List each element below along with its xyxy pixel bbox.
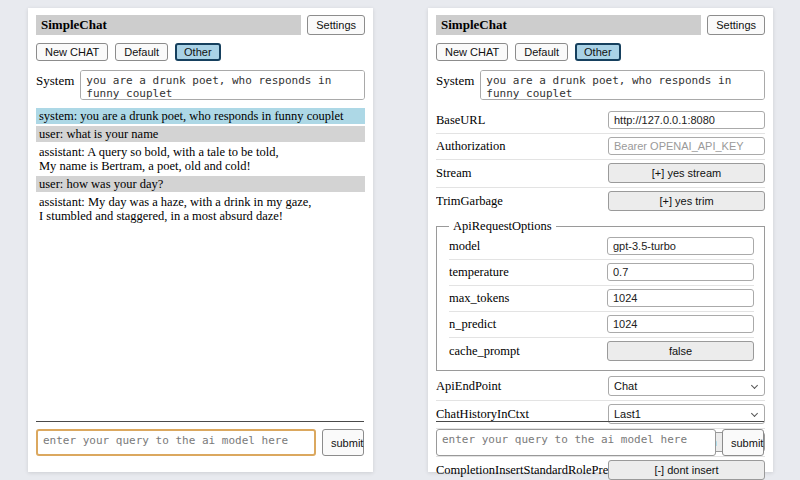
api-endpoint-selected-value: Chat (614, 380, 637, 392)
baseurl-label: BaseURL (436, 113, 608, 128)
chevron-down-icon (751, 382, 758, 389)
temperature-label: temperature (449, 265, 607, 280)
completion-insert-role-prefix-toggle-button[interactable]: [-] dont insert (608, 460, 765, 480)
settings-button[interactable]: Settings (307, 15, 365, 35)
chat-panel: SimpleChat Settings New CHAT Default Oth… (28, 8, 373, 472)
n-predict-input[interactable] (607, 315, 754, 333)
system-prompt-input[interactable]: you are a drunk poet, who responds in fu… (480, 70, 765, 100)
chevron-down-icon (751, 410, 758, 417)
chat-message-user: user: how was your day? (36, 176, 365, 192)
n-predict-label: n_predict (449, 317, 607, 332)
setting-row-completion-insert-role-prefix: CompletionInsertStandardRolePrefix [-] d… (436, 457, 765, 480)
authorization-label: Authorization (436, 139, 608, 154)
settings-panel: SimpleChat Settings New CHAT Default Oth… (428, 8, 773, 472)
session-row: New CHAT Default Other (436, 43, 765, 61)
api-request-options-legend: ApiRequestOptions (449, 219, 556, 234)
session-tab-other[interactable]: Other (575, 43, 621, 61)
chat-history-selected-value: Last1 (614, 408, 641, 420)
query-input[interactable] (36, 429, 316, 456)
submit-button[interactable]: submit (722, 429, 764, 456)
session-tab-default[interactable]: Default (515, 43, 568, 61)
app-title: SimpleChat (36, 15, 301, 35)
session-tab-other[interactable]: Other (175, 43, 221, 61)
new-chat-button[interactable]: New CHAT (36, 43, 108, 61)
session-tab-default[interactable]: Default (115, 43, 168, 61)
footer-divider (36, 421, 364, 422)
chat-message-assistant: assistant: My day was a haze, with a dri… (36, 194, 365, 224)
setting-row-n-predict: n_predict (449, 312, 754, 338)
completion-insert-role-prefix-label: CompletionInsertStandardRolePrefix (436, 463, 608, 478)
new-chat-button[interactable]: New CHAT (436, 43, 508, 61)
footer-divider (436, 421, 764, 422)
submit-button[interactable]: submit (322, 429, 364, 456)
system-prompt-label: System (436, 73, 474, 89)
session-row: New CHAT Default Other (36, 43, 365, 61)
chat-message-system: system: you are a drunk poet, who respon… (36, 108, 365, 124)
system-prompt-input[interactable]: you are a drunk poet, who responds in fu… (80, 70, 365, 100)
model-label: model (449, 239, 607, 254)
setting-row-api-endpoint: ApiEndPoint Chat (436, 373, 765, 401)
app-title: SimpleChat (436, 15, 701, 35)
temperature-input[interactable] (607, 263, 754, 281)
stream-label: Stream (436, 166, 608, 181)
settings-button[interactable]: Settings (707, 15, 765, 35)
setting-row-temperature: temperature (449, 260, 754, 286)
trimgarbage-label: TrimGarbage (436, 194, 608, 209)
chat-message-assistant: assistant: A query so bold, with a tale … (36, 144, 365, 174)
setting-row-cache-prompt: cache_prompt false (449, 338, 754, 365)
setting-row-stream: Stream [+] yes stream (436, 160, 765, 188)
titlebar: SimpleChat Settings (436, 15, 765, 35)
setting-row-baseurl: BaseURL (436, 108, 765, 134)
authorization-input[interactable] (608, 137, 765, 155)
setting-row-max-tokens: max_tokens (449, 286, 754, 312)
system-prompt-row: System you are a drunk poet, who respond… (436, 70, 765, 100)
cache-prompt-toggle-button[interactable]: false (607, 341, 754, 361)
system-prompt-label: System (36, 73, 74, 89)
max-tokens-input[interactable] (607, 289, 754, 307)
titlebar: SimpleChat Settings (36, 15, 365, 35)
model-input[interactable] (607, 237, 754, 255)
trimgarbage-toggle-button[interactable]: [+] yes trim (608, 191, 765, 211)
setting-row-authorization: Authorization (436, 134, 765, 160)
api-request-options-fieldset: ApiRequestOptions model temperature max_… (436, 219, 765, 371)
setting-row-trimgarbage: TrimGarbage [+] yes trim (436, 188, 765, 215)
chat-message-user: user: what is your name (36, 126, 365, 142)
api-endpoint-label: ApiEndPoint (436, 379, 608, 394)
chat-history: system: you are a drunk poet, who respon… (36, 108, 365, 224)
setting-row-model: model (449, 234, 754, 260)
api-endpoint-select[interactable]: Chat (608, 376, 765, 396)
query-input[interactable] (436, 429, 716, 456)
query-footer: submit (436, 421, 764, 456)
stream-toggle-button[interactable]: [+] yes stream (608, 163, 765, 183)
cache-prompt-label: cache_prompt (449, 344, 607, 359)
chat-history-in-ctxt-label: ChatHistoryInCtxt (436, 407, 608, 422)
query-footer: submit (36, 421, 364, 456)
system-prompt-row: System you are a drunk poet, who respond… (36, 70, 365, 100)
baseurl-input[interactable] (608, 111, 765, 129)
max-tokens-label: max_tokens (449, 291, 607, 306)
